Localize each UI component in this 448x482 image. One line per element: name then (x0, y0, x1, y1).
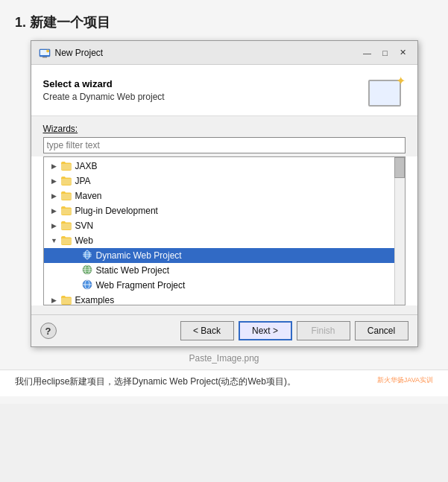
tree-item-jaxb-label: JAXB (75, 161, 98, 171)
back-button[interactable]: < Back (180, 321, 234, 340)
scrollbar-track[interactable] (394, 157, 405, 305)
titlebar-controls: — □ ✕ (361, 46, 410, 60)
svg-rect-9 (61, 223, 72, 229)
minimize-button[interactable]: — (361, 46, 374, 60)
tree-item-static-web[interactable]: ▶ Static Web Project (44, 263, 394, 278)
web-icon-dynamic (81, 249, 93, 263)
expand-arrow-maven: ▶ (50, 191, 59, 200)
watermark: 新火华扬JAVA实训 (377, 375, 433, 385)
titlebar-left: ✦ New Project (39, 47, 104, 59)
tree-container[interactable]: ▶ JAXB ▶ (43, 156, 406, 305)
cancel-button[interactable]: Cancel (355, 321, 408, 340)
tree-item-maven-label: Maven (75, 191, 102, 201)
svg-rect-10 (61, 238, 72, 244)
folder-icon-plugin (60, 206, 72, 216)
svg-rect-2 (42, 57, 47, 58)
folder-icon-examples (60, 295, 72, 305)
tree-item-fragment-label: Web Fragment Project (96, 280, 186, 291)
expand-arrow-examples: ▶ (50, 296, 59, 305)
wizard-header-icon: ✦ (368, 74, 406, 107)
star-icon: ✦ (396, 74, 406, 88)
svg-rect-24 (61, 298, 72, 304)
dialog-window: ✦ New Project — □ ✕ Select a wizard Crea… (31, 40, 418, 347)
tree-item-svn-label: SVN (75, 221, 94, 231)
tree-item-maven[interactable]: ▶ Maven (44, 188, 394, 203)
description-wrapper: 我们用eclipse新建项目，选择Dynamic Web Project(动态的… (0, 370, 448, 396)
svg-rect-6 (61, 179, 72, 185)
maximize-button[interactable]: □ (379, 46, 392, 60)
tree-item-static-label: Static Web Project (96, 265, 169, 276)
dialog-header: Select a wizard Create a Dynamic Web pro… (31, 65, 417, 116)
tree-item-web-label: Web (75, 235, 93, 246)
dialog-header-text: Select a wizard Create a Dynamic Web pro… (43, 78, 165, 102)
wizard-subtext: Create a Dynamic Web project (43, 92, 165, 102)
tree-item-examples[interactable]: ▶ Examples (44, 293, 394, 305)
folder-icon-web (60, 235, 72, 246)
expand-arrow-web: ▼ (50, 236, 59, 245)
dialog-title-text: New Project (55, 48, 104, 58)
tree-item-svn[interactable]: ▶ SVN (44, 218, 394, 233)
folder-icon-maven (60, 191, 72, 201)
tree-item-plugin-label: Plug-in Development (75, 206, 158, 216)
page-title: 1. 新建一个项目 (0, 7, 448, 40)
filter-input[interactable] (43, 137, 406, 153)
help-button[interactable]: ? (40, 323, 57, 339)
dialog-body: Select a wizard Create a Dynamic Web pro… (31, 65, 417, 314)
dialog-titlebar: ✦ New Project — □ ✕ (31, 41, 417, 65)
tree-item-dynamic-web[interactable]: ▶ Dynamic Web Project (44, 248, 394, 263)
tree-list: ▶ JAXB ▶ (44, 157, 394, 305)
scrollbar-thumb[interactable] (394, 157, 405, 178)
tree-item-jaxb[interactable]: ▶ JAXB (44, 159, 394, 174)
web-icon-static (81, 264, 93, 278)
wizard-heading: Select a wizard (43, 78, 165, 89)
image-caption: Paste_Image.png (0, 347, 448, 368)
dialog-app-icon: ✦ (39, 47, 51, 59)
description-content: 我们用eclipse新建项目，选择Dynamic Web Project(动态的… (15, 376, 296, 387)
expand-arrow-jaxb: ▶ (50, 162, 59, 171)
expand-arrow-plugin: ▶ (50, 206, 59, 215)
close-button[interactable]: ✕ (397, 46, 410, 60)
tree-item-dynamic-label: Dynamic Web Project (96, 250, 182, 261)
folder-icon-svn (60, 221, 72, 231)
tree-item-web[interactable]: ▼ Web (44, 233, 394, 248)
expand-arrow-jpa: ▶ (50, 177, 59, 185)
wizards-section: Wizards: (31, 116, 417, 156)
web-icon-fragment (81, 279, 93, 293)
bottom-buttons: < Back Next > Finish Cancel (180, 321, 408, 340)
page-container: 1. 新建一个项目 ✦ New Project — □ (0, 0, 448, 404)
dialog-bottom-bar: ? < Back Next > Finish Cancel (31, 314, 417, 346)
svg-rect-7 (61, 194, 72, 200)
svg-rect-8 (61, 209, 72, 215)
dialog-footer-spacer (31, 305, 417, 314)
expand-arrow-svn: ▶ (50, 221, 59, 230)
tree-item-jpa-label: JPA (75, 176, 91, 186)
wizards-label: Wizards: (43, 124, 406, 134)
finish-button[interactable]: Finish (297, 321, 350, 340)
tree-item-examples-label: Examples (75, 295, 115, 305)
folder-icon-jaxb (60, 161, 72, 171)
description-text: 我们用eclipse新建项目，选择Dynamic Web Project(动态的… (0, 370, 448, 396)
svg-rect-5 (61, 164, 72, 170)
tree-item-web-fragment[interactable]: ▶ Web Fragment Project (44, 278, 394, 293)
folder-icon-jpa (60, 176, 72, 186)
tree-item-jpa[interactable]: ▶ JPA (44, 174, 394, 188)
tree-item-plugin[interactable]: ▶ Plug-in Development (44, 203, 394, 218)
next-button[interactable]: Next > (239, 321, 292, 340)
